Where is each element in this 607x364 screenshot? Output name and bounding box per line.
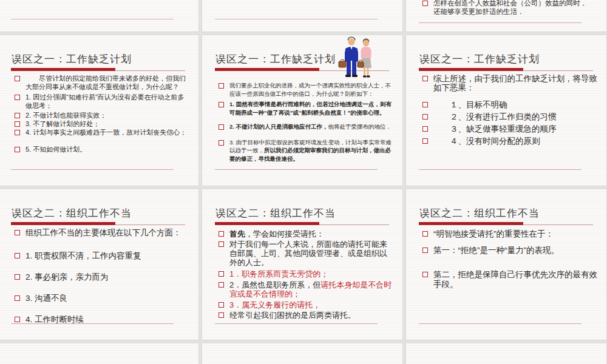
business-people-clipart <box>338 36 376 83</box>
bullet-text: 5. 不知如何做计划。 <box>25 145 191 153</box>
footer-divider-line <box>215 169 378 170</box>
bullet-text: 3. 由于目标中拟定假设的客观环境发生变动，计划与事实常常难以趋于一致，所以我们… <box>229 138 395 163</box>
bullet-text-segment: 4. 计划与事实之间极难趋于一致，故对计划丧失信心； <box>25 129 186 136</box>
bullet-item: 经常引起我们困扰的是后两类请托。 <box>217 311 395 320</box>
bullet-text: 综上所述，由于我们的工作缺乏计划，将导致如下恶果： <box>433 74 599 92</box>
bullet-item: 尽管计划的拟定能给我们带来诸多的好处，但我们大部分同事从来不做或是不重视做计划，… <box>13 74 191 91</box>
footer-divider-line <box>419 169 582 170</box>
slide-prev-slide-benefits[interactable]: 怎样在创造个人效益和社会（公司）效益的同时，还能够享受更加舒适的生活． <box>406 0 606 32</box>
checkbox-bullet-icon <box>15 121 20 127</box>
slide-prev-slide-left[interactable] <box>0 0 198 32</box>
bullet-item: 首先，学会如何接受请托： <box>217 229 395 238</box>
slide-mistake1-why-no-plan[interactable]: 误区之一：工作缺乏计划 尽管计划的拟定能给我们带来诸多的好处，但我们大部分同事从… <box>0 35 198 186</box>
bullet-text: 首先，学会如何接受请托： <box>229 229 395 238</box>
title-underline-bar <box>215 68 319 71</box>
bullet-text: 2. 不做计划的人只是消极地应付工作，他将处于受摆布的地位． <box>229 123 395 131</box>
bullet-text: 第二，拒绝是保障自己行事优先次序的最有效手段。 <box>433 270 599 289</box>
bullet-item: ４、没有时间分配的原则 <box>421 136 599 146</box>
footer-divider-line <box>11 169 174 170</box>
slide-body: 尽管计划的拟定能给我们带来诸多的好处，但我们大部分同事从来不做或是不重视做计划，… <box>13 74 191 153</box>
bullet-item: 2. 不做计划的人只是消极地应付工作，他将处于受摆布的地位． <box>217 123 395 131</box>
bullet-text: ２、没有进行工作归类的习惯 <box>433 112 599 121</box>
slide-sorter-grid: 怎样在创造个人效益和社会（公司）效益的同时，还能够享受更加舒适的生活．误区之一：… <box>0 0 607 364</box>
bullet-text: 1．职务所系而责无旁贷的； <box>229 269 395 278</box>
checkbox-bullet-icon <box>15 76 20 81</box>
slide-body: 怎样在创造个人效益和社会（公司）效益的同时，还能够享受更加舒适的生活． <box>421 0 599 16</box>
checkbox-bullet-icon <box>422 1 428 6</box>
bullet-item: 3. 不了解做计划的好处； <box>13 120 191 128</box>
checkbox-bullet-icon <box>219 241 224 247</box>
slide-title: 误区之二：组织工作不当 <box>215 206 398 220</box>
slide-prev-slide-center[interactable] <box>202 0 402 32</box>
bullet-text: 2. 不做计划也能获得实效； <box>25 111 191 120</box>
bullet-text: 组织工作不当的主要体现在以下几个方面： <box>25 228 191 238</box>
bullet-text-segment: 第二，拒绝是保障自己行事优先次序的最有效手段。 <box>433 270 597 289</box>
bullet-text: 我们要步上职业化的道路，成为一个强调实效性的职业人士，不应该一些原因当做工作中的… <box>229 81 395 98</box>
slide-mistake2-refusal[interactable]: 误区之二：组织工作不当“明智地接受请托”的重要性在于：第一：“拒绝”是一种“量力… <box>406 189 606 340</box>
footer-divider-line <box>215 323 378 324</box>
checkbox-bullet-icon <box>219 231 224 237</box>
bullet-text: ３、缺乏做事轻重缓急的顺序 <box>433 124 599 133</box>
bullet-item: 对于我们每一个人来说，所面临的请托可能来自部属、上司、其他同级管理者、或是组织以… <box>217 240 395 267</box>
bullet-item: 第二，拒绝是保障自己行事优先次序的最有效手段。 <box>421 270 599 289</box>
bullet-text-segment: 对于我们每一个人来说，所面临的请托可能来自部属、上司、其他同级管理者、或是组织以… <box>229 240 387 267</box>
bullet-item: ３、缺乏做事轻重缓急的顺序 <box>421 124 599 133</box>
bullet-text: 对于我们每一个人来说，所面临的请托可能来自部属、上司、其他同级管理者、或是组织以… <box>229 240 395 267</box>
footer-divider-line <box>419 323 582 324</box>
bullet-text: 4. 工作时断时续 <box>25 315 191 325</box>
bullet-item: 第一：“拒绝”是一种“量力”的表现。 <box>421 246 599 255</box>
slide-next-slide-left[interactable] <box>0 343 198 364</box>
checkbox-bullet-icon <box>15 253 20 258</box>
footer-divider-line <box>215 19 378 19</box>
bullet-text-segment: 3. 不了解做计划的好处； <box>25 120 100 127</box>
bullet-text-segment: 组织工作不当的主要体现在以下几个方面： <box>25 228 181 237</box>
bullet-item: 组织工作不当的主要体现在以下几个方面： <box>13 228 191 238</box>
bullet-item: 3. 沟通不良 <box>13 294 191 303</box>
bullet-item: 5. 不知如何做计划。 <box>13 145 191 153</box>
checkbox-bullet-icon <box>15 95 20 100</box>
bullet-text: “明智地接受请托”的重要性在于： <box>433 229 599 239</box>
bullet-text-segment: ３、缺乏做事轻重缓急的顺序 <box>433 124 557 133</box>
bullet-text-segment: 5. 不知如何做计划。 <box>25 146 86 153</box>
bullet-item: 4. 工作时断时续 <box>13 315 191 325</box>
bullet-text: 经常引起我们困扰的是后两类请托。 <box>229 311 395 320</box>
slide-title: 误区之一：工作缺乏计划 <box>419 52 602 66</box>
slide-body: 首先，学会如何接受请托：对于我们每一个人来说，所面临的请托可能来自部属、上司、其… <box>217 229 395 320</box>
bullet-item: 1. 职责权限不清，工作内容重复 <box>13 251 191 261</box>
bullet-text-segment: 我们要步上职业化的道路，成为一个强调实效性的职业人士，不应该一些原因当做工作中的… <box>229 82 391 97</box>
checkbox-bullet-icon <box>422 231 428 237</box>
bullet-text-segment: １、目标不明确 <box>433 100 507 109</box>
checkbox-bullet-icon <box>15 147 20 152</box>
slide-next-slide-center[interactable] <box>202 343 402 364</box>
slide-mistake2-aspects[interactable]: 误区之二：组织工作不当组织工作不当的主要体现在以下几个方面：1. 职责权限不清，… <box>0 189 198 340</box>
slide-mistake1-analysis[interactable]: 误区之一：工作缺乏计划我们要步上职业化的道路，成为一个强调实效性的职业人士，不应… <box>202 35 402 186</box>
bullet-text: 3. 沟通不良 <box>25 294 191 303</box>
bullet-item: “明智地接受请托”的重要性在于： <box>421 229 599 239</box>
bullet-text-segment: “明智地接受请托”的重要性在于： <box>433 229 554 238</box>
bullet-text-segment: 2. 不做计划的人只是消极地应付工作， <box>229 123 328 130</box>
bullet-text-segment: ２、没有进行工作归类的习惯 <box>433 112 557 121</box>
bullet-text: 怎样在创造个人效益和社会（公司）效益的同时，还能够享受更加舒适的生活． <box>433 0 599 16</box>
bullet-text: 第一：“拒绝”是一种“量力”的表现。 <box>433 246 599 255</box>
checkbox-bullet-icon <box>219 140 224 146</box>
bullet-item: 2. 事必躬亲，亲力而为 <box>13 272 191 282</box>
slide-mistake2-accepting-requests[interactable]: 误区之二：组织工作不当首先，学会如何接受请托：对于我们每一个人来说，所面临的请托… <box>202 189 402 340</box>
title-underline-bar <box>419 222 523 225</box>
bullet-text-segment: 1. 因过分强调“知难行易”而认为没有必要在行动之前多做思考； <box>25 93 185 109</box>
bullet-item: ２、没有进行工作归类的习惯 <box>421 112 599 121</box>
slide-next-slide-right[interactable] <box>406 343 606 364</box>
slide-body: 组织工作不当的主要体现在以下几个方面：1. 职责权限不清，工作内容重复2. 事必… <box>13 228 191 325</box>
slide-mistake1-consequences[interactable]: 误区之一：工作缺乏计划综上所述，由于我们的工作缺乏计划，将导致如下恶果： １、目… <box>406 35 606 186</box>
checkbox-bullet-icon <box>15 295 20 301</box>
bullet-item: １、目标不明确 <box>421 100 599 109</box>
checkbox-bullet-icon <box>15 113 20 118</box>
bullet-text-segment: 首先 <box>229 229 245 238</box>
bullet-text-segment: 综上所述，由于我们的工作缺乏计划，将导致如下恶果： <box>433 74 597 92</box>
bullet-text: 1. 固然有些事情是易行而难料的，但若过分地强调这一点，则有可能养成一种“做了再… <box>229 100 395 116</box>
checkbox-bullet-icon <box>219 312 224 318</box>
footer-divider-line <box>11 19 174 19</box>
checkbox-bullet-icon <box>15 274 20 280</box>
bullet-item: 4. 计划与事实之间极难趋于一致，故对计划丧失信心； <box>13 128 191 136</box>
bullet-text: 3．属无义务履行的请托， <box>229 300 395 309</box>
slide-title: 误区之一：工作缺乏计划 <box>12 52 194 66</box>
